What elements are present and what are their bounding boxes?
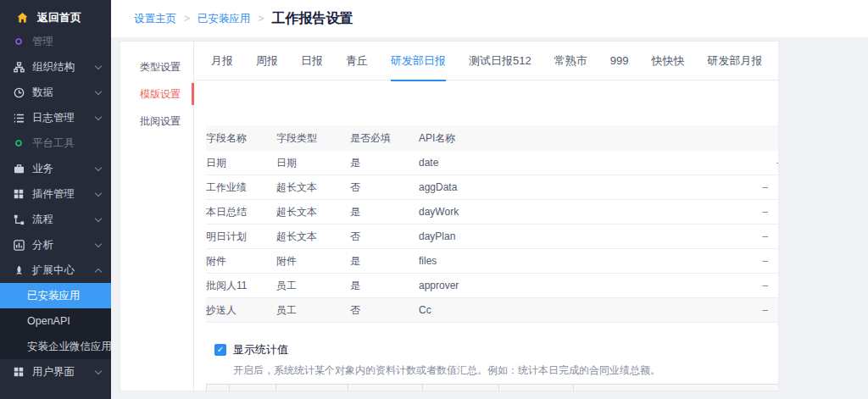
sidebar-item-user-interface[interactable]: 用户界面 (0, 359, 111, 385)
tab-rnd-monthly-report[interactable]: 研发部月报 (707, 42, 762, 80)
breadcrumb-separator: > (259, 13, 264, 25)
org-chart-icon (13, 61, 25, 73)
table-row: 批阅人11 员工 是 approver – 编辑 ↓ (206, 274, 779, 298)
report-type-tabs: 月报 周报 日报 青丘 研发部日报 测试日报512 常熟市 999 快快快 研发… (194, 42, 779, 80)
briefcase-icon (13, 163, 25, 175)
dash-placeholder: – (762, 304, 768, 316)
grid-squares-icon (13, 188, 25, 200)
tab-weekly-report[interactable]: 周报 (256, 42, 278, 80)
fields-table: 字段名称 字段类型 是否必填 API名称 操作 日期 日期 是 date – –… (206, 125, 779, 323)
chevron-down-icon (95, 163, 102, 170)
settings-card: 类型设置 模版设置 批阅设置 月报 周报 日报 青丘 研发部日报 测试日报512… (120, 41, 779, 391)
sidebar-item-plugin-management[interactable]: 插件管理 (0, 181, 111, 207)
col-header-field-name: 字段名称 (206, 131, 276, 146)
sidebar-item-business[interactable]: 业务 (0, 156, 111, 181)
stats-section: ✓ 显示统计值 开启后，系统统计某个对象内的资料计数或者数值汇总。例如：统计本日… (206, 342, 779, 378)
tab-rnd-daily-report[interactable]: 研发部日报 (391, 42, 446, 80)
table-row: 工作业绩 超长文本 否 aggData – 编辑 ↓ (206, 175, 779, 200)
bar-chart-icon (13, 239, 25, 251)
chevron-down-icon (95, 62, 102, 69)
tab-test-daily-512[interactable]: 测试日报512 (469, 42, 531, 80)
side-tab-review-settings[interactable]: 批阅设置 (120, 108, 193, 135)
chevron-down-icon (95, 214, 102, 221)
sidebar-item-platform-tools[interactable]: 平台工具 (0, 130, 111, 156)
stats-table-partial (206, 384, 779, 391)
chevron-down-icon (95, 367, 102, 374)
show-stats-checkbox[interactable]: ✓ (214, 344, 226, 356)
submenu-item-openapi[interactable]: OpenAPI (0, 308, 111, 334)
extension-center-submenu: 已安装应用 OpenAPI 安装企业微信应用 (0, 283, 111, 359)
flow-branch-icon (13, 213, 25, 225)
layout-grid-icon (13, 366, 25, 378)
tab-changshu[interactable]: 常熟市 (554, 42, 587, 80)
show-stats-label: 显示统计值 (233, 342, 288, 357)
col-header-required: 是否必填 (350, 131, 419, 146)
tab-kuaikuaikuai[interactable]: 快快快 (651, 42, 684, 80)
breadcrumb: 设置主页 > 已安装应用 > 工作报告设置 (111, 0, 868, 37)
tab-monthly-report[interactable]: 月报 (211, 42, 233, 80)
page-title: 工作报告设置 (272, 10, 353, 28)
sidebar-item-manage[interactable]: 管理 (0, 29, 111, 54)
sidebar-item-data[interactable]: 数据 (0, 80, 111, 105)
purple-ring-icon (13, 36, 25, 47)
table-row: 抄送人 员工 否 Cc – 编辑 ↓ (206, 298, 779, 323)
submenu-item-installed-apps[interactable]: 已安装应用 (0, 283, 111, 308)
col-header-actions: 操作 (754, 131, 779, 146)
tab-qingqiu[interactable]: 青丘 (346, 42, 368, 80)
active-tab-underline (391, 80, 446, 81)
dash-placeholder: – (762, 181, 768, 193)
dash-placeholder: – (762, 230, 768, 242)
chevron-down-icon (95, 87, 102, 94)
breadcrumb-link-installed-apps[interactable]: 已安装应用 (198, 12, 251, 26)
dash-placeholder: – (762, 280, 768, 291)
back-home-button[interactable]: 返回首页 (0, 7, 111, 29)
breadcrumb-separator: > (184, 13, 190, 25)
sidebar-item-flow[interactable]: 流程 (0, 207, 111, 232)
col-header-field-type: 字段类型 (276, 131, 350, 146)
tab-999[interactable]: 999 (610, 42, 629, 80)
sidebar-item-analysis[interactable]: 分析 (0, 232, 111, 258)
chevron-down-icon (95, 240, 102, 247)
home-icon (16, 12, 29, 24)
chevron-up-icon (95, 268, 102, 274)
tab-daily-report[interactable]: 日报 (301, 42, 323, 80)
green-ring-icon (13, 137, 25, 149)
sidebar: 返回首页 管理 组织结构 数据 日志管理 平台工具 (0, 0, 111, 399)
chevron-down-icon (95, 113, 102, 119)
settings-side-tabs: 类型设置 模版设置 批阅设置 (120, 42, 194, 391)
template-settings-panel: 月报 周报 日报 青丘 研发部日报 测试日报512 常熟市 999 快快快 研发… (194, 42, 779, 391)
dash-placeholder: – (762, 255, 768, 267)
list-icon (13, 112, 25, 124)
table-header-row: 字段名称 字段类型 是否必填 API名称 操作 (206, 125, 779, 151)
col-header-api-name: API名称 (419, 131, 754, 146)
sidebar-item-log-management[interactable]: 日志管理 (0, 105, 111, 130)
table-row: 附件 附件 是 files – 编辑 ↓ (206, 249, 779, 274)
dash-placeholder: – (762, 206, 768, 218)
side-tab-type-settings[interactable]: 类型设置 (120, 53, 193, 80)
submenu-item-install-wechat-app[interactable]: 安装企业微信应用 (0, 334, 111, 359)
chevron-down-icon (95, 189, 102, 196)
show-stats-description: 开启后，系统统计某个对象内的资料计数或者数值汇总。例如：统计本日完成的合同业绩总… (233, 363, 779, 378)
back-home-label: 返回首页 (37, 10, 81, 25)
main-area: 设置主页 > 已安装应用 > 工作报告设置 类型设置 模版设置 批阅设置 月报 … (111, 0, 868, 399)
rocket-icon (13, 264, 25, 276)
side-tab-template-settings[interactable]: 模版设置 (120, 80, 193, 108)
dash-placeholder: – (776, 157, 779, 169)
table-row: 明日计划 超长文本 否 dayPlan – 编辑 ↓ (206, 224, 779, 249)
sidebar-item-org-structure[interactable]: 组织结构 (0, 54, 111, 80)
table-row: 日期 日期 是 date – – – (206, 151, 779, 175)
table-row: 本日总结 超长文本 是 dayWork – 编辑 ↓ (206, 200, 779, 224)
clock-icon (13, 86, 25, 98)
breadcrumb-link-settings-home[interactable]: 设置主页 (134, 12, 176, 26)
sidebar-item-extension-center[interactable]: 扩展中心 (0, 258, 111, 283)
